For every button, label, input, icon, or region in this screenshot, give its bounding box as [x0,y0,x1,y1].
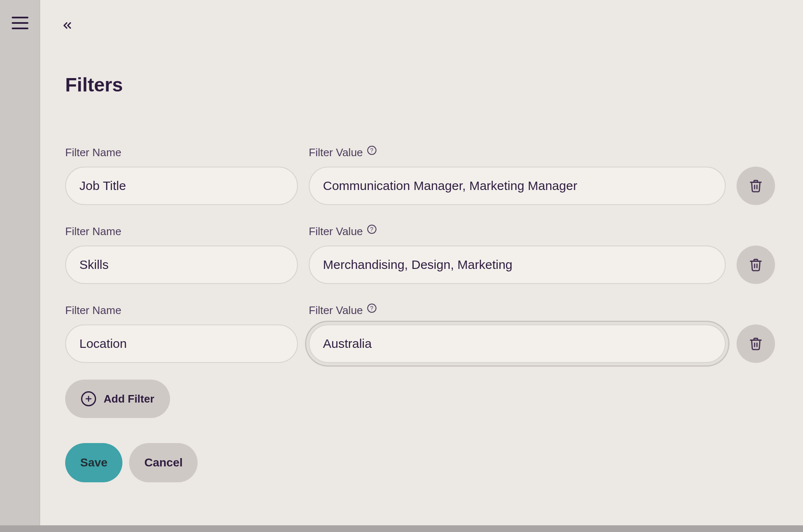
collapse-panel-chevron-icon[interactable] [61,19,74,32]
action-buttons: Save Cancel [65,443,778,482]
filter-value-label-text: Filter Value [309,225,363,238]
trash-icon [749,337,763,351]
filter-value-group: Filter Value ? [309,304,726,363]
filter-value-label: Filter Value ? [309,225,726,238]
filter-row: Filter Name Filter Value ? [65,304,778,363]
filter-name-input[interactable] [65,324,298,363]
filter-value-label: Filter Value ? [309,304,726,317]
trash-icon [749,179,763,193]
filter-name-group: Filter Name [65,146,298,205]
filter-name-group: Filter Name [65,225,298,284]
help-icon[interactable]: ? [367,304,376,313]
filter-name-input[interactable] [65,246,298,284]
help-icon[interactable]: ? [367,225,376,234]
filter-name-label: Filter Name [65,146,298,159]
filter-value-group: Filter Value ? [309,225,726,284]
cancel-button[interactable]: Cancel [129,443,198,482]
filter-value-group: Filter Value ? [309,146,726,205]
filter-name-label: Filter Name [65,225,298,238]
filters-panel: Filters Filter Name Filter Value ? [40,0,803,532]
delete-filter-button[interactable] [737,246,775,284]
left-sidebar [0,0,40,532]
plus-circle-icon [81,391,96,406]
filter-value-input[interactable] [309,246,726,284]
filter-row: Filter Name Filter Value ? [65,146,778,205]
filter-row: Filter Name Filter Value ? [65,225,778,284]
hamburger-menu-icon[interactable] [12,17,28,29]
filter-name-group: Filter Name [65,304,298,363]
help-icon[interactable]: ? [367,146,376,155]
filter-value-label-text: Filter Value [309,146,363,159]
delete-filter-button[interactable] [737,167,775,205]
save-button[interactable]: Save [65,443,122,482]
filter-name-input[interactable] [65,167,298,205]
trash-icon [749,258,763,272]
filter-value-input[interactable] [309,167,726,205]
delete-filter-button[interactable] [737,324,775,363]
add-filter-button[interactable]: Add Filter [65,380,170,418]
filter-name-label: Filter Name [65,304,298,317]
filter-value-label: Filter Value ? [309,146,726,159]
page-title: Filters [65,73,778,96]
filter-list: Filter Name Filter Value ? [65,146,778,363]
add-filter-label: Add Filter [104,393,154,405]
background-strip [0,525,803,532]
filter-value-input[interactable] [309,324,726,363]
filter-value-label-text: Filter Value [309,304,363,317]
